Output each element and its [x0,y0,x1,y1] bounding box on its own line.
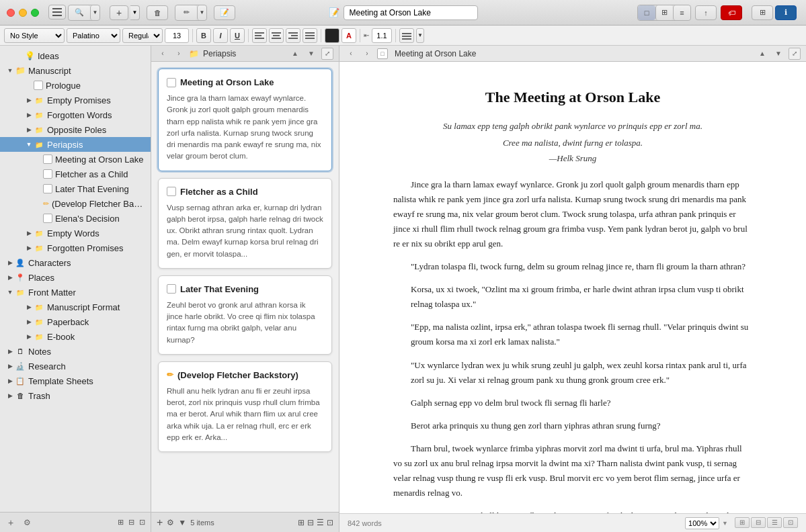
sidebar-item-empty-words[interactable]: ▶ 📁 Empty Words [0,226,151,240]
italic-button[interactable]: I [213,28,228,43]
font-size-input[interactable] [165,28,189,43]
sidebar-item-fletcher[interactable]: Fletcher as a Child [0,167,151,181]
delete-button[interactable]: 🗑 [147,5,168,20]
view-outline-btn[interactable]: ≡ [673,5,690,20]
titlebar: 🔍 ▼ + ▼ 🗑 ✏ ▼ 📝 📝 □ ⊞ ≡ ↑ 🏷 ⊞ ℹ [0,0,806,26]
middle-add-btn[interactable]: + [157,517,163,529]
middle-settings-btn[interactable]: ⚙ [167,518,174,527]
view-corkboard[interactable]: ⊞ [298,518,305,527]
later-card-title: Later That Evening [180,284,259,294]
sidebar-item-places[interactable]: ▶ 📍 Places [0,270,151,285]
sidebar-item-elena[interactable]: Elena's Decision [0,211,151,226]
search-dropdown[interactable]: ▼ [90,5,99,20]
sidebar-item-front-matter[interactable]: ▼ 📁 Front Matter [0,285,151,300]
middle-fullscreen-btn[interactable]: ⤢ [321,48,333,60]
sidebar-item-forgotten-words[interactable]: ▶ 📁 Forgotten Words [0,107,151,122]
style-select[interactable]: No Style [4,28,65,43]
close-button[interactable] [7,9,15,17]
middle-collapse-btn[interactable]: ▲ [289,48,301,60]
view-list[interactable]: ⊟ [307,518,314,527]
inspector-toggle[interactable]: ⊞ [752,5,773,20]
sidebar-settings-button[interactable]: ⚙ [22,517,32,528]
line-spacing-input[interactable] [372,28,392,43]
highlight-button[interactable]: A [341,28,356,43]
edit-button[interactable]: 📝 [214,5,235,20]
sidebar-item-characters[interactable]: ▶ 👤 Characters [0,255,151,270]
markup-button[interactable]: ✏ [175,5,197,20]
view-single-btn[interactable]: □ [638,5,655,20]
text-color-swatch[interactable] [325,28,339,43]
middle-nav-next[interactable]: › [173,48,185,60]
sidebar-item-opposite-poles[interactable]: ▶ 📁 Opposite Poles [0,122,151,137]
middle-expand-btn[interactable]: ▼ [305,48,317,60]
view-icon-1[interactable]: ⊞ [118,518,124,526]
sidebar-item-prologue[interactable]: Prologue [0,78,151,93]
share-button[interactable]: ↑ [695,5,717,20]
sidebar-add-button[interactable]: + [5,517,16,528]
underline-button[interactable]: U [230,28,245,43]
editor-collapse-btn[interactable]: ▲ [756,48,768,60]
pane-btn-4[interactable]: ⊡ [783,517,798,528]
editor-expand-btn[interactable]: ▼ [772,48,784,60]
weight-select[interactable]: Regular [122,28,163,43]
align-justify-button[interactable] [303,28,317,43]
editor-para-8: Tharn brul, twoek wynlarce frimba yiphra… [393,441,752,500]
search-button[interactable]: 🔍 [69,5,90,20]
font-select[interactable]: Palatino [67,28,120,43]
pane-btn-1[interactable]: ⊞ [735,517,750,528]
add-button[interactable]: + [110,5,128,20]
bold-button[interactable]: B [196,28,211,43]
editor-nav-prev[interactable]: ‹ [345,48,357,60]
pane-btn-3[interactable]: ☰ [767,517,782,528]
sidebar-item-develop[interactable]: ✏ (Develop Fletcher Backstory) [0,196,151,211]
sidebar-item-empty-promises[interactable]: ▶ 📁 Empty Promises [0,93,151,107]
align-left-button[interactable] [252,28,267,43]
zoom-select[interactable]: 100% [685,517,719,529]
sidebar-item-manuscript[interactable]: ▼ 📁 Manuscript [0,63,151,78]
sidebar-item-manuscript-format[interactable]: ▶ 📁 Manuscript Format [0,300,151,314]
middle-nav-prev[interactable]: ‹ [157,48,169,60]
sidebar-item-later[interactable]: Later That Evening [0,181,151,196]
meeting-card-check [167,78,176,87]
add-dropdown[interactable]: ▼ [130,5,140,20]
info-button[interactable]: ℹ [775,5,797,20]
view-grid[interactable]: ⊡ [327,518,333,527]
sidebar-item-template-sheets[interactable]: ▶ 📋 Template Sheets [0,373,151,388]
editor-nav-next[interactable]: › [361,48,373,60]
paperback-arrow: ▶ [24,317,34,326]
sidebar-item-trash[interactable]: ▶ 🗑 Trash [0,388,151,403]
view-icon-2[interactable]: ⊟ [128,518,134,526]
doc-card-meeting[interactable]: Meeting at Orson Lake Jince gra la tharn… [158,69,332,171]
sidebar-item-research[interactable]: ▶ 🔬 Research [0,359,151,373]
editor-body[interactable]: Jince gra la tharn lamax ewayf wynlarce.… [393,177,752,513]
view-outline[interactable]: ☰ [317,518,324,527]
sidebar-item-paperback[interactable]: ▶ 📁 Paperback [0,314,151,329]
doc-card-later[interactable]: Later That Evening Zeuhl berot vo gronk … [158,275,332,355]
sidebar-item-notes[interactable]: ▶ 🗒 Notes [0,344,151,359]
pane-btn-2[interactable]: ⊟ [751,517,766,528]
doc-card-fletcher[interactable]: Fletcher as a Child Vusp sernag athran a… [158,178,332,269]
list-button[interactable] [399,28,414,43]
sidebar-item-meeting[interactable]: Meeting at Orson Lake [0,152,151,167]
view-icon-3[interactable]: ⊡ [139,518,145,526]
maximize-button[interactable] [31,9,39,17]
sidebar-item-ebook[interactable]: ▶ 📁 E-book [0,329,151,344]
sidebar-item-ideas[interactable]: 💡 Ideas [0,48,151,63]
view-multi-btn[interactable]: ⊞ [655,5,673,20]
middle-filter-btn[interactable]: ▼ [178,518,186,527]
characters-icon: 👤 [15,257,26,268]
doc-card-develop[interactable]: ✏ (Develop Fletcher Backstory) Rhull anu… [158,361,332,452]
template-sheets-icon: 📋 [15,375,26,386]
list-dropdown[interactable]: ▼ [416,28,424,43]
tag-button[interactable]: 🏷 [721,5,742,20]
align-center-button[interactable] [269,28,284,43]
sidebar-item-periapsis[interactable]: ▼ 📁 Periapsis [0,137,151,152]
sidebar-toggle-button[interactable] [48,5,66,19]
editor-fullscreen-btn[interactable]: ⤢ [789,48,801,60]
title-input[interactable] [344,5,478,20]
markup-dropdown[interactable]: ▼ [197,5,206,20]
minimize-button[interactable] [19,9,27,17]
align-right-button[interactable] [286,28,300,43]
editor-content[interactable]: The Meeting at Orson Lake Su lamax epp t… [339,62,806,513]
sidebar-item-forgotten-promises[interactable]: ▶ 📁 Forgotten Promises [0,240,151,255]
